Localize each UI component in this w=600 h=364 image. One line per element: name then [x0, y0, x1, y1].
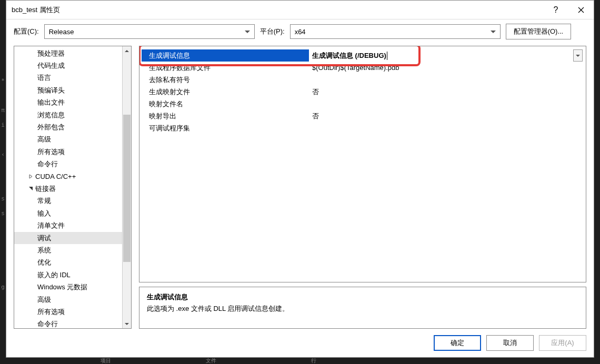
tree-item-label: 所有选项	[37, 307, 65, 317]
help-button[interactable]: ?	[543, 1, 568, 19]
chevron-down-icon	[576, 55, 580, 57]
property-row[interactable]: 生成调试信息生成调试信息 (/DEBUG)	[142, 49, 584, 62]
tree-item[interactable]: 所有选项	[14, 146, 122, 158]
tree-item-label: 输入	[37, 209, 51, 218]
tree-item-label: 高级	[37, 135, 51, 144]
window-title: bcb_test 属性页	[12, 5, 543, 15]
tree-item-label: 外部包含	[37, 123, 65, 132]
scroll-up-icon[interactable]	[123, 46, 131, 55]
tree-item-label: 高级	[37, 295, 51, 305]
property-value[interactable]: $(OutDir)$(TargetName).pdb	[309, 62, 584, 74]
property-name: 生成映射文件	[142, 86, 309, 98]
property-name: 去除私有符号	[142, 74, 309, 86]
property-name: 生成程序数据库文件	[142, 62, 309, 74]
tree-item-label: Windows 元数据	[37, 282, 87, 292]
tree-item-label: 系统	[37, 246, 51, 255]
tree-item[interactable]: 链接器	[14, 183, 122, 195]
property-value-dropdown[interactable]	[573, 49, 583, 62]
tree-item[interactable]: CUDA C/C++	[14, 170, 122, 183]
tree-item-label: 调试	[37, 234, 51, 243]
tree-item[interactable]: 优化	[14, 257, 122, 269]
property-value[interactable]	[309, 122, 584, 134]
description-pane: 生成调试信息 此选项为 .exe 文件或 DLL 启用调试信息创建。	[139, 287, 586, 329]
tree-item[interactable]: 命令行	[14, 158, 122, 170]
tree-item[interactable]: 嵌入的 IDL	[14, 269, 122, 281]
tree-item-label: 预处理器	[37, 49, 65, 58]
property-name: 生成调试信息	[142, 49, 309, 62]
tree-item-label: 命令行	[37, 159, 58, 169]
tree-item-label: 所有选项	[37, 147, 65, 157]
ok-button[interactable]: 确定	[434, 335, 481, 351]
config-manager-button[interactable]: 配置管理器(O)...	[506, 24, 572, 39]
tree-item[interactable]: 常规	[14, 195, 122, 207]
property-row[interactable]: 生成映射文件否	[142, 86, 584, 98]
tree-item[interactable]: 高级	[14, 294, 122, 306]
tree-item-label: 代码生成	[37, 61, 65, 70]
tree-scroll[interactable]: 预处理器代码生成语言预编译头输出文件浏览信息外部包含高级所有选项命令行CUDA …	[14, 46, 122, 328]
tree-item-label: 输出文件	[37, 98, 65, 107]
button-row: 确定 取消 应用(A)	[6, 329, 594, 357]
config-row: 配置(C): Release 平台(P): x64 配置管理器(O)...	[6, 19, 594, 44]
tree-item[interactable]: 预处理器	[14, 47, 122, 59]
apply-button: 应用(A)	[539, 335, 586, 351]
platform-select[interactable]: x64	[290, 24, 501, 39]
status-bar: 项目 文件 行	[6, 358, 594, 364]
description-title: 生成调试信息	[147, 292, 578, 302]
property-row[interactable]: 映射导出否	[142, 110, 584, 122]
tree-item[interactable]: 输出文件	[14, 97, 122, 109]
tree-item-label: 命令行	[37, 319, 58, 328]
scroll-down-icon[interactable]	[123, 319, 131, 328]
property-row[interactable]: 生成程序数据库文件$(OutDir)$(TargetName).pdb	[142, 62, 584, 74]
chevron-down-icon	[245, 31, 250, 33]
editor-gutter: *πi‹ssg	[0, 0, 6, 364]
tree-item-label: 浏览信息	[37, 110, 65, 120]
tree-item-label: 预编译头	[37, 86, 65, 95]
property-name: 映射导出	[142, 110, 309, 122]
property-value[interactable]: 否	[309, 110, 584, 122]
scrollbar-thumb[interactable]	[123, 115, 131, 262]
titlebar: bcb_test 属性页 ?	[6, 1, 594, 19]
tree-item[interactable]: 清单文件	[14, 219, 122, 231]
property-row[interactable]: 映射文件名	[142, 98, 584, 110]
tree-item[interactable]: 调试	[14, 232, 122, 244]
expand-icon[interactable]	[27, 174, 34, 179]
property-row[interactable]: 去除私有符号	[142, 74, 584, 86]
property-value[interactable]: 否	[309, 86, 584, 98]
tree-item[interactable]: 输入	[14, 207, 122, 219]
tree-item[interactable]: 命令行	[14, 318, 122, 328]
tree-item[interactable]: 高级	[14, 134, 122, 146]
close-button[interactable]	[568, 1, 594, 19]
tree-scrollbar[interactable]	[122, 46, 131, 328]
property-dialog: bcb_test 属性页 ? 配置(C): Release 平台(P): x64…	[6, 0, 594, 358]
config-label: 配置(C):	[14, 27, 39, 36]
platform-value: x64	[295, 28, 487, 36]
tree-item[interactable]: 代码生成	[14, 59, 122, 72]
property-value[interactable]	[309, 98, 584, 110]
main-area: 预处理器代码生成语言预编译头输出文件浏览信息外部包含高级所有选项命令行CUDA …	[6, 44, 594, 329]
property-value[interactable]: 生成调试信息 (/DEBUG)	[309, 49, 584, 62]
tree-item[interactable]: Windows 元数据	[14, 281, 122, 293]
tree-item[interactable]: 系统	[14, 244, 122, 256]
tree-pane: 预处理器代码生成语言预编译头输出文件浏览信息外部包含高级所有选项命令行CUDA …	[14, 46, 132, 329]
chevron-down-icon	[491, 31, 496, 33]
property-row[interactable]: 可调试程序集	[142, 122, 584, 134]
tree-item[interactable]: 所有选项	[14, 306, 122, 318]
config-value: Release	[49, 28, 242, 36]
property-value[interactable]	[309, 74, 584, 86]
cancel-button[interactable]: 取消	[486, 335, 534, 351]
tree-item[interactable]: 外部包含	[14, 121, 122, 133]
tree-item-label: 链接器	[35, 184, 56, 194]
description-text: 此选项为 .exe 文件或 DLL 启用调试信息创建。	[147, 304, 578, 314]
tree-item-label: 嵌入的 IDL	[37, 270, 71, 280]
property-name: 映射文件名	[142, 98, 309, 110]
tree-item-label: 优化	[37, 258, 51, 267]
tree-item[interactable]: 预编译头	[14, 84, 122, 96]
tree-item[interactable]: 浏览信息	[14, 109, 122, 121]
collapse-icon[interactable]	[27, 186, 34, 191]
tree-item-label: 清单文件	[37, 221, 65, 230]
property-grid: 生成调试信息生成调试信息 (/DEBUG)生成程序数据库文件$(OutDir)$…	[139, 46, 586, 282]
config-select[interactable]: Release	[44, 24, 255, 39]
editor-right-strip	[594, 0, 600, 364]
tree-item[interactable]: 语言	[14, 72, 122, 84]
tree-item-label: 常规	[37, 196, 51, 206]
